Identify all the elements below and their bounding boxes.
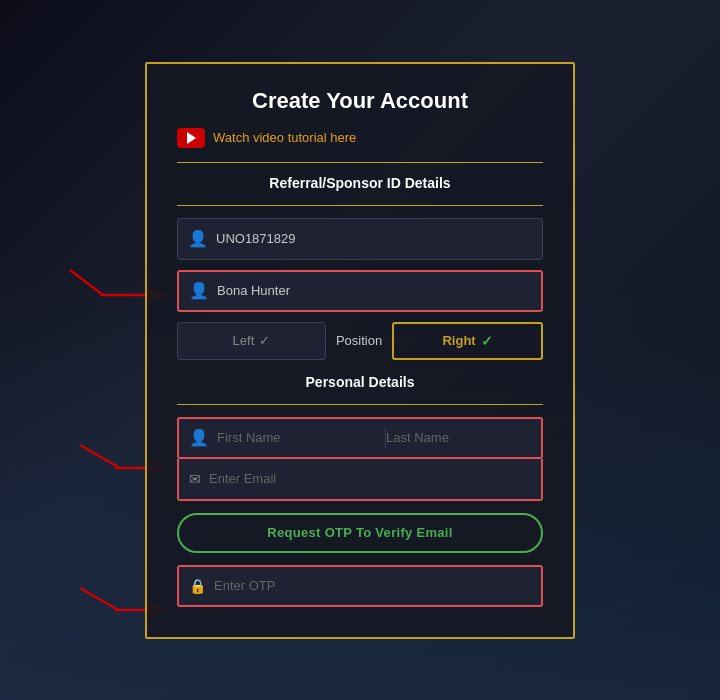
svg-line-1	[70, 270, 103, 295]
user-icon-3: 👤	[189, 428, 209, 447]
form-container: Create Your Account Watch video tutorial…	[145, 62, 575, 639]
position-label: Position	[336, 333, 382, 348]
referral-id-row: 👤	[177, 218, 543, 260]
first-name-input[interactable]	[217, 417, 385, 459]
lock-icon: 🔒	[189, 578, 206, 594]
video-link-text: Watch video tutorial here	[213, 130, 356, 145]
right-button-label: Right	[442, 333, 475, 348]
sponsor-name-input[interactable]	[217, 272, 531, 310]
email-input[interactable]	[209, 471, 531, 486]
otp-row: 🔒	[177, 565, 543, 607]
otp-input[interactable]	[214, 578, 531, 593]
otp-request-button[interactable]: Request OTP To Verify Email	[177, 513, 543, 553]
youtube-icon	[177, 128, 205, 148]
svg-line-5	[80, 588, 118, 610]
sponsor-name-row: 👤	[177, 270, 543, 312]
divider-3	[177, 404, 543, 405]
left-button[interactable]: Left ✓	[177, 322, 326, 360]
divider-1	[177, 162, 543, 163]
section1-title: Referral/Sponsor ID Details	[177, 175, 543, 191]
divider-2	[177, 205, 543, 206]
left-chevron-icon: ✓	[259, 333, 270, 348]
svg-line-3	[80, 445, 118, 467]
section2-title: Personal Details	[177, 374, 543, 390]
name-row: 👤	[177, 417, 543, 459]
referral-id-input[interactable]	[216, 219, 532, 259]
email-icon: ✉	[189, 471, 201, 487]
personal-details-section: 👤 ✉	[177, 417, 543, 501]
left-button-label: Left	[233, 333, 255, 348]
page-title: Create Your Account	[177, 88, 543, 114]
email-row: ✉	[177, 459, 543, 501]
position-row: Left ✓ Position Right ✓	[177, 322, 543, 360]
check-icon: ✓	[481, 333, 493, 349]
video-tutorial-link[interactable]: Watch video tutorial here	[177, 128, 543, 148]
last-name-input[interactable]	[386, 417, 554, 459]
user-icon-1: 👤	[188, 229, 208, 248]
right-button[interactable]: Right ✓	[392, 322, 543, 360]
name-inputs	[217, 417, 554, 459]
user-icon-2: 👤	[189, 281, 209, 300]
